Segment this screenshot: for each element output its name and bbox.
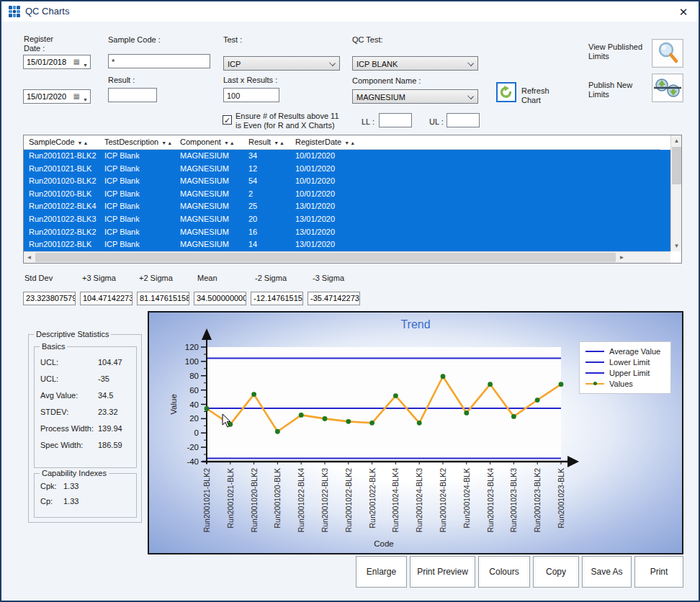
sort-icons[interactable]: ▼▲ <box>161 140 173 145</box>
legend-item-upper-limit: Upper Limit <box>585 367 666 378</box>
cell-component: MAGNESIUM <box>175 150 243 163</box>
ll-label: LL : <box>362 117 374 127</box>
chevron-down-icon[interactable]: ▼ <box>83 94 88 105</box>
column-header-samplecode[interactable]: SampleCode▼▲ <box>24 135 99 149</box>
view-published-limits-button[interactable] <box>652 39 683 68</box>
column-header-registerdate[interactable]: RegisterDate▼▲ <box>290 135 369 149</box>
colours-button[interactable]: Colours <box>478 556 530 588</box>
sort-icons[interactable]: ▼▲ <box>224 140 235 145</box>
column-header-component[interactable]: Component▼▲ <box>175 135 243 149</box>
register-date-to-field[interactable]: 15/01/2020 ▦ ▼ <box>23 89 91 104</box>
svg-text:-20: -20 <box>187 443 199 452</box>
ll-input[interactable] <box>379 113 412 127</box>
sigma-value-2-sigma[interactable]: -12.147615158 <box>251 292 303 305</box>
calendar-icon: ▦ <box>73 92 80 101</box>
table-row[interactable]: Run2001021-BLK2ICP BlankMAGNESIUM3410/01… <box>24 150 670 163</box>
refresh-chart-button[interactable] <box>496 82 516 102</box>
basics-title: Basics <box>40 342 67 351</box>
sort-icons[interactable]: ▼▲ <box>344 140 356 145</box>
sort-icons[interactable]: ▼▲ <box>274 140 285 145</box>
refresh-chart-label: Refresh Chart <box>521 86 557 105</box>
scroll-left-icon[interactable]: ◄ <box>24 252 35 263</box>
sample-code-input[interactable]: * <box>108 54 210 68</box>
chart-legend: Average ValueLower LimitUpper LimitValue… <box>579 341 671 394</box>
hscroll-thumb[interactable] <box>35 253 616 262</box>
grid-rows: Run2001021-BLK2ICP BlankMAGNESIUM3410/01… <box>24 150 670 251</box>
table-row[interactable]: Run2001020-BLK2ICP BlankMAGNESIUM5410/01… <box>24 175 670 188</box>
component-name-label: Component Name : <box>352 76 421 86</box>
copy-button[interactable]: Copy <box>533 556 579 588</box>
descriptive-statistics-group: Descriptive Statistics Basics UCL:104.47… <box>28 334 142 523</box>
even-results-checkbox[interactable]: ✓ <box>223 115 232 125</box>
test-label: Test : <box>223 35 242 45</box>
table-row[interactable]: Run2001021-BLKICP BlankMAGNESIUM1210/01/… <box>24 163 670 176</box>
print-button[interactable]: Print <box>634 556 683 588</box>
basics-group: Basics UCL:104.47UCL:-35Avg Value:34.5ST… <box>34 346 137 468</box>
table-row[interactable]: Run2001022-BLK4ICP BlankMAGNESIUM2513/01… <box>24 200 670 213</box>
svg-text:-40: -40 <box>187 457 199 466</box>
stat-spec-width: Spec Width:186.59 <box>40 441 136 449</box>
ul-input[interactable] <box>447 113 480 127</box>
sigma-label-2-sigma: +2 Sigma <box>139 274 173 283</box>
scroll-down-icon[interactable]: ▼ <box>671 241 682 251</box>
capability-indexes-group: Capability Indexes Cpk:1.33Cp:1.33 <box>34 473 137 518</box>
view-published-limits-label: View Published Limits <box>588 42 647 61</box>
svg-text:Run2001024-BLK4: Run2001024-BLK4 <box>391 468 400 532</box>
result-input[interactable] <box>108 88 157 102</box>
grid-vertical-scrollbar[interactable]: ▲ ▼ <box>670 135 681 251</box>
cell-samplecode: Run2001020-BLK2 <box>24 175 99 188</box>
table-row[interactable]: Run2001022-BLKICP BlankMAGNESIUM1413/01/… <box>24 238 670 251</box>
table-row[interactable]: Run2001022-BLK2ICP BlankMAGNESIUM1613/01… <box>24 226 670 239</box>
column-header-result[interactable]: Result▼▲ <box>243 135 290 149</box>
chevron-down-icon <box>467 93 474 99</box>
mouse-cursor <box>222 413 232 428</box>
sigma-label-3-sigma: -3 Sigma <box>313 274 344 283</box>
cell-result: 25 <box>243 200 290 213</box>
cell-samplecode: Run2001021-BLK <box>24 163 99 176</box>
cell-registerdate: 13/01/2020 <box>290 238 369 251</box>
save-as-button[interactable]: Save As <box>582 556 632 588</box>
vscroll-thumb[interactable] <box>672 147 681 184</box>
capability-indexes-title: Capability Indexes <box>40 469 109 477</box>
sort-icons[interactable]: ▼▲ <box>78 140 89 145</box>
print-preview-button[interactable]: Print Preview <box>410 556 475 588</box>
chevron-down-icon[interactable]: ▼ <box>83 60 88 71</box>
checkmark-icon: ✓ <box>224 116 230 125</box>
table-row[interactable]: Run2001022-BLK3ICP BlankMAGNESIUM2013/01… <box>24 213 670 226</box>
cell-registerdate: 13/01/2020 <box>290 226 369 239</box>
cell-result: 12 <box>243 163 290 176</box>
test-select[interactable]: ICP <box>223 56 340 71</box>
enlarge-button[interactable]: Enlarge <box>356 556 407 588</box>
svg-text:Run2001023-BLK4: Run2001023-BLK4 <box>486 468 495 532</box>
sigma-value-3-sigma[interactable]: 104.47142273 <box>80 292 133 305</box>
refresh-icon <box>499 85 513 99</box>
close-icon[interactable]: ✕ <box>676 4 691 20</box>
date-from-value: 15/01/2018 <box>27 58 66 66</box>
sigma-value-2-sigma[interactable]: 81.147615158 <box>137 292 189 305</box>
publish-new-limits-button[interactable] <box>652 73 683 102</box>
cell-registerdate: 10/01/2020 <box>290 163 369 176</box>
stat-stdev: STDEV:23.32 <box>40 408 136 416</box>
last-x-results-input[interactable]: 100 <box>223 88 279 102</box>
sigma-value-std-dev[interactable]: 23.323807579 <box>23 292 76 305</box>
grid-header: SampleCode▼▲TestDescription▼▲Component▼▲… <box>24 135 660 150</box>
even-results-checkbox-label: Ensure # of Results above 11is Even (for… <box>235 112 339 130</box>
legend-swatch <box>585 383 604 385</box>
scroll-right-icon[interactable]: ► <box>616 252 627 263</box>
qc-test-select[interactable]: ICP BLANK <box>352 56 478 71</box>
calendar-icon: ▦ <box>73 58 80 66</box>
magnifier-icon <box>652 40 683 67</box>
component-name-select[interactable]: MAGNESIUM <box>352 89 478 104</box>
legend-swatch <box>585 351 604 352</box>
sigma-value-3-sigma[interactable]: -35.471422738 <box>308 292 360 305</box>
table-row[interactable]: Run2001020-BLKICP BlankMAGNESIUM210/01/2… <box>24 188 670 201</box>
sigma-value-mean[interactable]: 34.500000000 <box>194 292 246 305</box>
app-grid-icon <box>9 6 20 17</box>
cell-result: 54 <box>243 175 290 188</box>
qc-charts-window: QC Charts ✕ Register Date : Sample Code … <box>0 0 700 602</box>
stat-process-width: Process Width:139.94 <box>40 424 136 433</box>
grid-horizontal-scrollbar[interactable]: ◄ ► <box>24 251 670 263</box>
register-date-from-field[interactable]: 15/01/2018 ▦ ▼ <box>23 55 91 69</box>
column-header-testdescription[interactable]: TestDescription▼▲ <box>99 135 175 149</box>
scroll-up-icon[interactable]: ▲ <box>671 135 682 146</box>
